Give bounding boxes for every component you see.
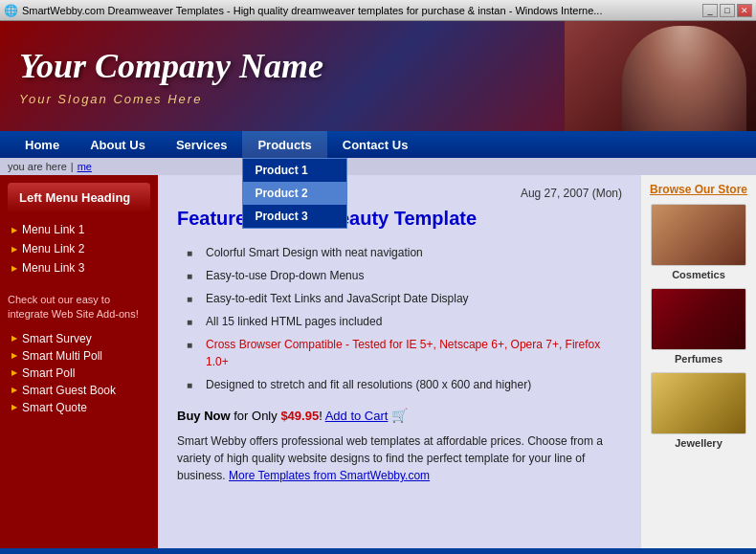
- maximize-button[interactable]: □: [720, 4, 735, 17]
- dropdown-product2[interactable]: Product 2: [243, 182, 346, 205]
- sidebar-link-3[interactable]: Menu Link 3: [8, 258, 150, 277]
- cosmetics-image[interactable]: [651, 204, 746, 266]
- sidebar-addons: Smart Survey Smart Multi Poll Smart Poll…: [0, 326, 158, 420]
- site-header: Your Company Name Your Slogan Comes Here: [0, 21, 756, 131]
- left-sidebar: Left Menu Heading Menu Link 1 Menu Link …: [0, 175, 158, 548]
- more-templates-link[interactable]: More Templates from SmartWebby.com: [229, 469, 430, 482]
- nav-contact[interactable]: Contact Us: [327, 131, 424, 158]
- titlebar-text: SmartWebby.com Dreamweaver Templates - H…: [22, 5, 702, 16]
- buy-section: Buy Now for Only $49.95! Add to Cart 🛒: [177, 408, 622, 423]
- products-dropdown: Product 1 Product 2 Product 3: [242, 158, 347, 229]
- dropdown-product1[interactable]: Product 1: [243, 159, 346, 182]
- feature-item: Easy-to-use Drop-down Menus: [187, 264, 622, 287]
- right-sidebar: Browse Our Store Cosmetics Perfumes Jewe…: [641, 175, 756, 548]
- center-content: Aug 27, 2007 (Mon) Features of this Beau…: [158, 175, 641, 548]
- feature-item: All 15 linked HTML pages included: [187, 310, 622, 333]
- header-image: [565, 21, 756, 131]
- navbar: Home About Us Services Products Product …: [0, 131, 756, 158]
- main-description: Smart Webby offers professional web temp…: [177, 432, 622, 484]
- company-slogan: Your Slogan Comes Here: [19, 92, 323, 106]
- feature-item: Easy-to-edit Text Links and JavaScript D…: [187, 287, 622, 310]
- store-item-cosmetics: Cosmetics: [649, 204, 748, 280]
- perfumes-label: Perfumes: [649, 353, 748, 365]
- nav-about[interactable]: About Us: [75, 131, 161, 158]
- sidebar-menu: Menu Link 1 Menu Link 2 Menu Link 3: [0, 212, 158, 285]
- header-text: Your Company Name Your Slogan Comes Here: [0, 36, 343, 116]
- nav-products[interactable]: Products Product 1 Product 2 Product 3: [242, 131, 326, 158]
- titlebar: 🌐 SmartWebby.com Dreamweaver Templates -…: [0, 0, 756, 21]
- price-display: $49.95: [280, 409, 319, 423]
- cart-icon: 🛒: [391, 408, 408, 423]
- sidebar-link-1[interactable]: Menu Link 1: [8, 220, 150, 239]
- addon-multi-poll[interactable]: Smart Multi Poll: [8, 347, 150, 365]
- addon-smart-quote[interactable]: Smart Quote: [8, 399, 150, 416]
- buy-label: Buy Now: [177, 409, 231, 423]
- breadcrumb-bar: you are here | me: [0, 158, 756, 175]
- main-content: Left Menu Heading Menu Link 1 Menu Link …: [0, 175, 756, 548]
- store-item-perfumes: Perfumes: [649, 288, 748, 365]
- feature-item: Cross Browser Compatible - Tested for IE…: [187, 333, 622, 373]
- company-name: Your Company Name: [19, 46, 323, 86]
- jewellery-image[interactable]: [651, 372, 746, 434]
- site-footer: © www.yoursite.com - All Rights Reserved…: [0, 548, 756, 554]
- breadcrumb-text: you are here: [8, 161, 67, 172]
- sidebar-heading: Left Menu Heading: [8, 183, 150, 212]
- breadcrumb-home[interactable]: me: [78, 161, 92, 172]
- feature-item: Colorful Smart Design with neat navigati…: [187, 241, 622, 264]
- nav-services[interactable]: Services: [161, 131, 243, 158]
- minimize-button[interactable]: _: [702, 4, 718, 17]
- jewellery-label: Jewellery: [649, 437, 748, 449]
- add-to-cart-link[interactable]: Add to Cart: [325, 409, 389, 423]
- buy-separator: for Only: [233, 409, 280, 423]
- store-heading[interactable]: Browse Our Store: [649, 183, 748, 196]
- addon-survey[interactable]: Smart Survey: [8, 330, 150, 347]
- browser-icon: 🌐: [4, 4, 18, 17]
- addon-guest-book[interactable]: Smart Guest Book: [8, 382, 150, 399]
- feature-item: Designed to stretch and fit all resoluti…: [187, 373, 622, 396]
- nav-home[interactable]: Home: [10, 131, 75, 158]
- addon-smart-poll[interactable]: Smart Poll: [8, 365, 150, 382]
- close-button[interactable]: ✕: [737, 4, 752, 17]
- sidebar-link-2[interactable]: Menu Link 2: [8, 239, 150, 258]
- cosmetics-label: Cosmetics: [649, 269, 748, 280]
- dropdown-product3[interactable]: Product 3: [243, 205, 346, 228]
- store-item-jewellery: Jewellery: [649, 372, 748, 449]
- window-controls[interactable]: _ □ ✕: [702, 4, 752, 17]
- feature-list: Colorful Smart Design with neat navigati…: [187, 241, 622, 396]
- sidebar-description: Check out our easy to integrate Web Site…: [0, 285, 158, 326]
- perfumes-image[interactable]: [651, 288, 746, 350]
